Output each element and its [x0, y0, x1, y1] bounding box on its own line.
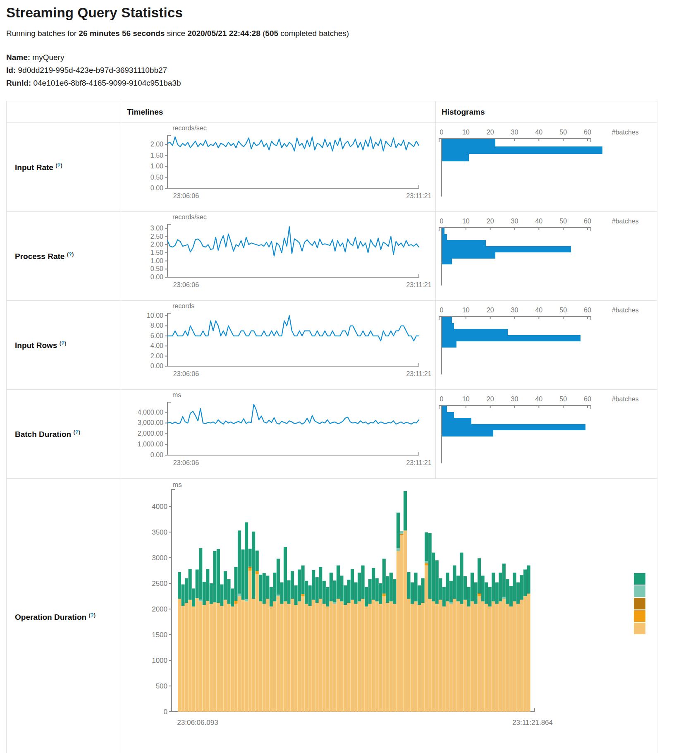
- svg-text:0.50: 0.50: [151, 174, 163, 181]
- svg-text:30: 30: [511, 218, 518, 225]
- svg-text:23:06:06: 23:06:06: [173, 459, 199, 466]
- legend-swatch-series-orange: [634, 610, 645, 622]
- svg-text:23:11:21: 23:11:21: [406, 281, 431, 288]
- metric-name: Input Rows: [15, 341, 57, 350]
- svg-text:20: 20: [487, 218, 494, 225]
- help-question: ?: [61, 340, 65, 346]
- input-rate-timeline-chart: records/sec0.000.501.001.502.0023:06:062…: [121, 123, 435, 211]
- legend-swatch-series-tan: [634, 623, 645, 634]
- svg-text:0: 0: [440, 396, 444, 403]
- svg-text:10.00: 10.00: [147, 312, 163, 319]
- svg-text:#batches: #batches: [612, 307, 639, 314]
- legend: [634, 573, 645, 634]
- batch-duration-histogram-chart: 0102030405060#batches: [436, 390, 657, 478]
- svg-text:0.00: 0.00: [151, 451, 163, 458]
- input-rows-timeline-chart: records0.002.004.006.008.0010.0023:06:06…: [121, 301, 435, 389]
- query-runid-label: RunId:: [6, 79, 31, 87]
- help-paren: ): [72, 251, 74, 257]
- svg-text:records: records: [172, 302, 194, 309]
- histograms-column-header: Histograms: [436, 101, 657, 123]
- svg-text:0: 0: [164, 708, 167, 716]
- input-rows-label: Input Rows (?): [7, 301, 121, 390]
- svg-text:23:11:21: 23:11:21: [406, 459, 431, 466]
- help-paren: ): [60, 162, 62, 168]
- svg-text:50: 50: [559, 129, 567, 136]
- completed-count: 505: [265, 29, 278, 38]
- svg-text:1500: 1500: [152, 631, 167, 639]
- svg-text:23:11:21.864: 23:11:21.864: [512, 719, 553, 727]
- process-rate-help-icon[interactable]: (?): [67, 251, 74, 257]
- input-rate-label: Input Rate (?): [7, 123, 121, 212]
- svg-text:4,000.00: 4,000.00: [138, 409, 163, 416]
- svg-text:23:06:06: 23:06:06: [173, 192, 199, 199]
- timelines-column-header: Timelines: [121, 101, 436, 123]
- svg-text:1.00: 1.00: [151, 163, 163, 170]
- svg-text:ms: ms: [172, 481, 182, 489]
- svg-text:60: 60: [584, 307, 591, 314]
- page-title: Streaming Query Statistics: [6, 5, 700, 21]
- metric-name: Operation Duration: [15, 613, 86, 622]
- running-prefix: Running batches for: [6, 29, 79, 38]
- table-row: Input Rows (?) records0.002.004.006.008.…: [7, 301, 657, 390]
- svg-text:30: 30: [511, 396, 518, 403]
- process-rate-histogram-chart: 0102030405060#batches: [436, 212, 657, 300]
- svg-text:10: 10: [462, 307, 470, 314]
- table-row: Operation Duration (?) ms050010001500200…: [7, 479, 657, 753]
- svg-text:records/sec: records/sec: [172, 213, 207, 221]
- svg-text:40: 40: [535, 307, 542, 314]
- table-row: Batch Duration (?) ms0.001,000.002,000.0…: [7, 390, 657, 479]
- svg-text:40: 40: [535, 129, 542, 136]
- query-name-label: Name:: [6, 53, 30, 62]
- svg-text:30: 30: [511, 129, 518, 136]
- svg-text:1.50: 1.50: [151, 152, 163, 159]
- svg-text:0: 0: [440, 307, 444, 314]
- process-rate-label: Process Rate (?): [7, 212, 121, 301]
- operation-duration-help-icon[interactable]: (?): [88, 612, 96, 618]
- metric-name: Process Rate: [15, 252, 65, 261]
- legend-swatch-series-teal: [634, 573, 645, 585]
- table-header-row: Timelines Histograms: [7, 101, 657, 123]
- svg-text:0: 0: [440, 129, 444, 136]
- table-row: Process Rate (?) records/sec0.000.501.00…: [7, 212, 657, 301]
- svg-text:0: 0: [440, 218, 444, 225]
- svg-text:10: 10: [462, 129, 470, 136]
- svg-text:1000: 1000: [152, 657, 167, 664]
- svg-text:60: 60: [584, 129, 591, 136]
- legend-swatch-series-light-teal: [634, 585, 645, 597]
- svg-text:23:06:06: 23:06:06: [173, 281, 199, 288]
- svg-text:30: 30: [511, 307, 518, 314]
- help-question: ?: [75, 429, 79, 435]
- running-batches-summary: Running batches for 26 minutes 56 second…: [6, 29, 700, 38]
- svg-text:2,000.00: 2,000.00: [138, 430, 163, 437]
- help-paren: ): [79, 429, 80, 435]
- query-runid-line: RunId: 04e101e6-8bf8-4165-9099-9104c951b…: [6, 79, 700, 88]
- metric-column-header: [7, 101, 121, 123]
- svg-text:50: 50: [559, 396, 567, 403]
- input-rate-help-icon[interactable]: (?): [55, 162, 62, 168]
- help-question: ?: [91, 612, 94, 618]
- batch-duration-help-icon[interactable]: (?): [73, 429, 80, 435]
- svg-text:500: 500: [156, 682, 167, 690]
- legend-swatch-series-dark-orange: [634, 598, 645, 609]
- svg-text:6.00: 6.00: [151, 332, 163, 339]
- svg-text:ms: ms: [172, 391, 181, 398]
- svg-text:2.00: 2.00: [151, 141, 163, 148]
- input-rate-histogram-chart: 0102030405060#batches: [436, 123, 657, 211]
- help-question: ?: [69, 251, 72, 257]
- svg-text:2.00: 2.00: [151, 241, 163, 248]
- operation-duration-stacked-chart: ms0500100015002000250030003500400023:06:…: [121, 479, 657, 753]
- query-id-label: Id:: [6, 66, 16, 74]
- svg-text:0.50: 0.50: [151, 265, 163, 272]
- start-time: 2020/05/21 22:44:28: [187, 29, 260, 38]
- svg-text:3500: 3500: [152, 528, 167, 536]
- metric-name: Batch Duration: [15, 430, 71, 439]
- process-rate-timeline-chart: records/sec0.000.501.001.502.002.503.002…: [121, 212, 435, 300]
- paren-open: (: [260, 29, 265, 38]
- query-runid-value: 04e101e6-8bf8-4165-9099-9104c951ba3b: [33, 79, 181, 87]
- query-id-value: 9d0dd219-995d-423e-b97d-36931110bb27: [18, 66, 167, 74]
- input-rows-help-icon[interactable]: (?): [60, 340, 67, 346]
- svg-text:#batches: #batches: [612, 396, 639, 403]
- query-meta: Name: myQuery Id: 9d0dd219-995d-423e-b97…: [6, 53, 700, 88]
- svg-text:20: 20: [487, 129, 494, 136]
- svg-text:50: 50: [559, 218, 567, 225]
